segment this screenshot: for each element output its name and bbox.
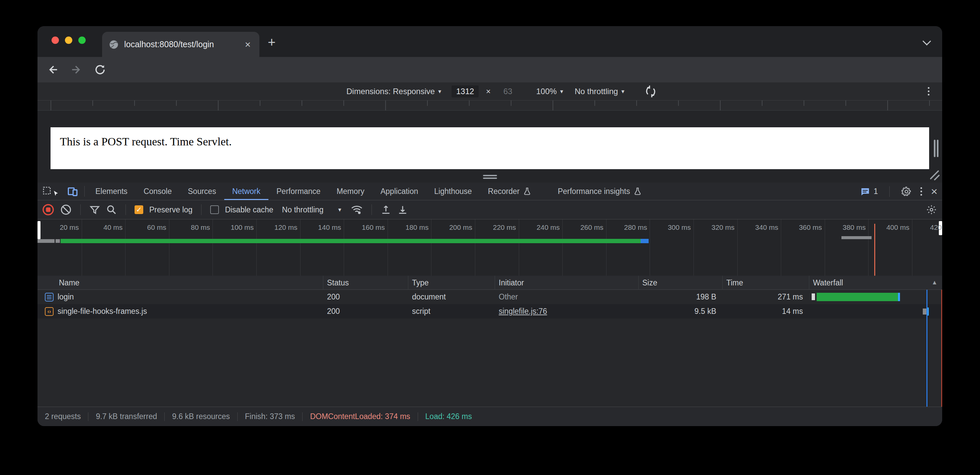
preserve-log-label[interactable]: Preserve log (149, 206, 192, 214)
request-initiator: Other (495, 290, 638, 304)
devtools-menu-icon[interactable] (920, 187, 922, 196)
network-overview[interactable]: 20 ms40 ms60 ms80 ms100 ms120 ms140 ms16… (38, 219, 942, 276)
overview-tick-label: 340 ms (735, 223, 778, 231)
page-content: This is a POST request. Time Servlet. (51, 127, 929, 169)
zoom-dropdown[interactable]: 100% ▾ (536, 83, 563, 100)
transferred-size: 9.7 kB transferred (96, 412, 157, 421)
request-time: 271 ms (722, 290, 809, 304)
overview-domcontentloaded-line (874, 224, 875, 276)
devtools-resize-handle[interactable] (483, 175, 497, 176)
devtools-settings-gear-icon[interactable] (901, 186, 912, 197)
flask-icon (523, 187, 531, 196)
chevron-down-icon: ▾ (560, 88, 563, 95)
toggle-device-toolbar-icon[interactable] (64, 183, 82, 200)
tab-memory[interactable]: Memory (329, 183, 372, 200)
tab-elements[interactable]: Elements (88, 183, 135, 200)
request-name: login (57, 292, 74, 301)
forward-button[interactable] (69, 62, 84, 77)
waterfall-domcontentloaded-line (926, 290, 928, 406)
viewport-width-input[interactable]: 1312 (452, 83, 479, 100)
overview-tick-label: 80 ms (166, 223, 210, 231)
overview-tick-label: 200 ms (429, 223, 472, 231)
browser-window: localhost:8080/test/login × + localhost:… (38, 26, 942, 426)
back-button[interactable] (45, 62, 60, 77)
chevron-down-icon[interactable]: ▾ (338, 206, 341, 214)
tab-search-chevron-icon[interactable] (923, 37, 931, 45)
dimensions-separator: × (486, 83, 491, 100)
tab-performance[interactable]: Performance (269, 183, 329, 200)
maximize-window-button[interactable] (78, 37, 86, 44)
tab-application[interactable]: Application (372, 183, 426, 200)
dimensions-dropdown[interactable]: Dimensions: Responsive ▾ (347, 83, 441, 100)
column-header-type[interactable]: Type (408, 276, 429, 290)
issues-counter[interactable]: 1 (860, 186, 878, 197)
tab-strip: localhost:8080/test/login × + (38, 26, 942, 57)
ruler-tick (218, 100, 218, 110)
tab-lighthouse[interactable]: Lighthouse (426, 183, 480, 200)
browser-tab[interactable]: localhost:8080/test/login × (102, 32, 259, 57)
initiator-link[interactable]: singlefile.js:76 (499, 307, 547, 316)
network-throttling-dropdown[interactable]: No throttling (282, 206, 324, 214)
overview-tick-label: 240 ms (516, 223, 560, 231)
viewport-height-input[interactable]: 63 (500, 83, 516, 100)
request-row-login[interactable]: login 200 document Other 198 B 271 ms (38, 290, 942, 304)
column-header-status[interactable]: Status (323, 276, 349, 290)
column-header-name[interactable]: Name (38, 276, 80, 290)
devtools-resize-handle[interactable] (483, 177, 497, 179)
network-status-bar: 2 requests 9.7 kB transferred 9.6 kB res… (38, 406, 942, 426)
overview-tick-label: 380 ms (822, 223, 865, 231)
waterfall-bar-script-stalled[interactable] (923, 309, 926, 314)
script-icon: ‹› (45, 307, 54, 316)
device-toolbar-menu-icon[interactable] (928, 87, 929, 96)
column-header-initiator[interactable]: Initiator (495, 276, 524, 290)
column-header-size[interactable]: Size (638, 276, 657, 290)
minimize-window-button[interactable] (65, 37, 72, 44)
tab-close-icon[interactable]: × (243, 40, 253, 49)
devtools-panel: Elements Console Sources Network Perform… (38, 183, 942, 426)
overview-tick-label: 420 ms (910, 223, 942, 231)
throttling-dropdown[interactable]: No throttling ▾ (575, 83, 624, 100)
overview-tick-label: 100 ms (210, 223, 254, 231)
record-network-log-icon[interactable] (42, 204, 54, 216)
disable-cache-label[interactable]: Disable cache (225, 206, 273, 214)
viewport-corner-resize-handle[interactable] (930, 170, 939, 180)
inspect-element-icon[interactable] (38, 183, 64, 200)
search-icon[interactable] (106, 204, 117, 215)
tab-performance-insights[interactable]: Performance insights (550, 183, 650, 200)
waterfall-queue-block (811, 293, 815, 300)
divider (88, 412, 88, 421)
overview-bar-login-tip (641, 239, 649, 243)
clear-network-log-icon[interactable] (60, 204, 72, 215)
network-settings-gear-icon[interactable] (926, 204, 937, 215)
column-header-time[interactable]: Time (722, 276, 743, 290)
request-row-script[interactable]: ‹› single-file-hooks-frames.js 200 scrip… (38, 304, 942, 319)
disable-cache-checkbox[interactable] (210, 206, 219, 214)
ruler-tick (92, 100, 93, 106)
request-size: 9.5 kB (638, 304, 722, 319)
dimensions-label: Dimensions: Responsive (347, 87, 435, 96)
request-time: 14 ms (722, 304, 809, 319)
column-header-waterfall[interactable]: Waterfall (809, 276, 843, 290)
network-conditions-icon[interactable] (351, 204, 363, 216)
viewport-width-drag-handle[interactable] (934, 140, 935, 157)
divider (302, 412, 302, 421)
tab-recorder[interactable]: Recorder (480, 183, 540, 200)
tab-sources[interactable]: Sources (180, 183, 224, 200)
viewport-width-drag-handle[interactable] (937, 140, 939, 157)
ruler-tick (469, 100, 469, 106)
close-window-button[interactable] (51, 37, 59, 44)
requests-count: 2 requests (45, 412, 81, 421)
waterfall-bar-login[interactable] (817, 293, 898, 301)
rotate-viewport-icon[interactable] (644, 83, 657, 100)
import-har-icon[interactable] (380, 204, 391, 215)
ruler-tick (594, 100, 595, 106)
new-tab-button[interactable]: + (268, 35, 275, 49)
tab-network[interactable]: Network (224, 183, 269, 200)
export-har-icon[interactable] (397, 204, 408, 215)
devtools-close-icon[interactable]: × (931, 185, 937, 198)
reload-button[interactable] (92, 62, 108, 77)
filter-funnel-icon[interactable] (89, 204, 100, 215)
tab-console[interactable]: Console (135, 183, 180, 200)
sort-ascending-icon[interactable]: ▲ (931, 279, 937, 286)
preserve-log-checkbox[interactable]: ✓ (135, 206, 143, 214)
